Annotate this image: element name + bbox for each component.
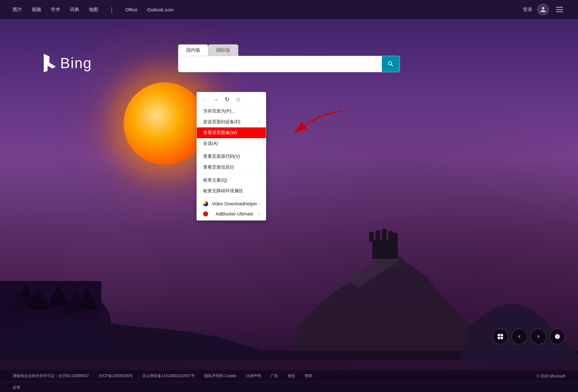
tab-domestic[interactable]: 国内版	[178, 44, 208, 56]
grid-view-button[interactable]	[492, 329, 508, 344]
footer-icp-telecom[interactable]: 增值电信业务经营许可证：合字B2-20090007	[13, 373, 89, 379]
context-menu: ← → ↻ ☆ 另存页面为(P)... 发送页面到设备(D) › 查看背景图像(…	[196, 92, 266, 221]
info-icon	[555, 334, 560, 339]
menu-line-1	[556, 7, 563, 8]
ctx-video-downloader-label: Video DownloadHelper	[212, 201, 257, 206]
ctx-page-info-label: 查看页面信息(I)	[203, 164, 234, 170]
context-menu-nav: ← → ↻ ☆	[197, 93, 266, 106]
footer-public-security[interactable]: 京公网安备11010802022657号	[142, 373, 195, 379]
menu-line-3	[556, 11, 563, 12]
footer-copyright: © 2020 Microsoft	[536, 374, 565, 378]
next-button[interactable]	[530, 329, 546, 344]
ctx-adblocker-icon	[203, 211, 208, 216]
nav-images[interactable]: 图片	[13, 7, 22, 13]
ctx-save-page[interactable]: 另存页面为(P)...	[197, 106, 266, 117]
landscape-svg	[0, 170, 578, 360]
svg-rect-9	[372, 240, 398, 259]
ctx-inspect-element[interactable]: 检查元素(Q)	[197, 175, 266, 186]
moon	[124, 82, 206, 165]
svg-rect-12	[382, 229, 387, 241]
ctx-separator-2	[197, 174, 266, 174]
footer-bottom: 反馈	[0, 382, 578, 392]
next-icon	[536, 334, 541, 339]
nav-academic[interactable]: 学术	[51, 7, 60, 13]
ctx-view-source-label: 查看页面源代码(V)	[203, 154, 240, 159]
ctx-video-downloader-icon	[203, 201, 208, 206]
ctx-back-button[interactable]: ←	[201, 96, 206, 103]
search-button[interactable]	[382, 56, 400, 72]
ctx-inspect-element-label: 检查元素(Q)	[203, 177, 227, 183]
search-area: 国内版 国际版	[178, 44, 400, 72]
nav-video[interactable]: 视频	[32, 7, 41, 13]
bottom-controls	[492, 329, 565, 344]
grid-icon	[497, 333, 504, 340]
footer-main: 增值电信业务经营许可证：合字B2-20090007 京ICP备10036305号…	[0, 370, 578, 382]
ctx-select-all[interactable]: 全选(A)	[197, 138, 266, 149]
footer-ads[interactable]: 广告	[271, 373, 278, 379]
search-tabs: 国内版 国际版	[178, 44, 400, 56]
nav-outlook[interactable]: Outlook.com	[147, 7, 174, 12]
ctx-send-to-device-label: 发送页面到设备(D)	[203, 119, 240, 125]
ctx-send-to-device[interactable]: 发送页面到设备(D) ›	[197, 117, 266, 127]
footer-privacy[interactable]: 隐私声明和 Cookie	[204, 373, 236, 379]
ctx-video-downloader[interactable]: Video DownloadHelper ›	[197, 199, 266, 209]
footer: 增值电信业务经营许可证：合字B2-20090007 京ICP备10036305号…	[0, 370, 578, 392]
svg-rect-14	[393, 233, 398, 241]
ctx-view-background[interactable]: 查看背景图像(W)	[197, 127, 266, 138]
ctx-refresh-button[interactable]: ↻	[225, 96, 229, 103]
footer-report[interactable]: 报告	[288, 373, 295, 379]
svg-rect-10	[369, 232, 374, 241]
ctx-bookmark-button[interactable]: ☆	[236, 96, 241, 103]
nav-office[interactable]: Office	[125, 7, 138, 12]
footer-icp[interactable]: 京ICP备10036305号	[98, 373, 133, 379]
ctx-inspect-accessibility-label: 检查无障碍环境属性	[203, 188, 243, 194]
ctx-forward-button[interactable]: →	[213, 96, 218, 103]
ctx-separator-3	[197, 197, 266, 198]
menu-line-2	[556, 9, 563, 10]
bing-text: Bing	[60, 55, 92, 72]
prev-icon	[517, 334, 522, 339]
svg-rect-13	[388, 231, 393, 241]
ctx-send-arrow-icon: ›	[258, 120, 260, 124]
hamburger-menu-button[interactable]	[554, 4, 565, 15]
avatar-button[interactable]	[537, 4, 549, 15]
bing-b-icon	[41, 54, 57, 72]
svg-rect-11	[376, 230, 380, 241]
ctx-view-background-label: 查看背景图像(W)	[203, 130, 237, 136]
nav-dictionary[interactable]: 词典	[70, 7, 79, 13]
search-icon	[387, 61, 394, 67]
footer-help[interactable]: 帮助	[305, 373, 312, 379]
search-box	[178, 56, 400, 72]
prev-button[interactable]	[511, 329, 527, 344]
login-button[interactable]: 登录	[523, 7, 532, 13]
info-button[interactable]	[549, 329, 565, 344]
tab-international[interactable]: 国际版	[208, 44, 238, 56]
ctx-select-all-label: 全选(A)	[203, 141, 218, 146]
ctx-inspect-accessibility[interactable]: 检查无障碍环境属性	[197, 186, 266, 196]
nav-maps[interactable]: 地图	[89, 7, 98, 13]
footer-legal[interactable]: 法律声明	[246, 373, 261, 379]
ctx-adblocker-arrow-icon: ›	[258, 212, 260, 216]
search-input[interactable]	[178, 56, 382, 72]
ctx-adblocker-label: AdBlocker Ultimate	[215, 211, 253, 216]
top-navigation: 图片 视频 学术 词典 地图 | Office Outlook.com 登录	[0, 0, 578, 19]
ctx-adblocker[interactable]: AdBlocker Ultimate ›	[197, 209, 266, 219]
ctx-video-arrow-icon: ›	[258, 202, 260, 206]
ctx-separator-1	[197, 150, 266, 150]
ctx-page-info[interactable]: 查看页面信息(I)	[197, 162, 266, 173]
ctx-save-page-label: 另存页面为(P)...	[203, 108, 235, 114]
ctx-view-source[interactable]: 查看页面源代码(V)	[197, 151, 266, 162]
nav-links: 图片 视频 学术 词典 地图 | Office Outlook.com	[13, 6, 523, 13]
nav-right: 登录	[523, 4, 565, 15]
footer-feedback[interactable]: 反馈	[13, 385, 20, 389]
nav-divider: |	[111, 6, 112, 13]
bing-logo: Bing	[41, 54, 92, 72]
